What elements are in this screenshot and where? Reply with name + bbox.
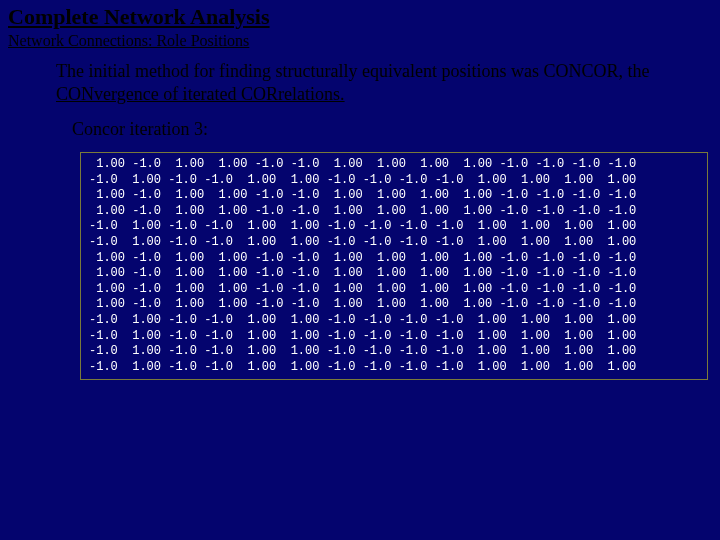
body-underlined: CONvergence of iterated CORrelations. [56, 84, 345, 104]
slide-title: Complete Network Analysis [0, 0, 720, 30]
body-text: The initial method for finding structura… [0, 60, 720, 105]
matrix: 1.00 -1.0 1.00 1.00 -1.0 -1.0 1.00 1.00 … [89, 157, 699, 375]
iteration-label: Concor iteration 3: [0, 105, 720, 146]
body-prefix: The initial method for finding structura… [56, 61, 649, 81]
matrix-container: 1.00 -1.0 1.00 1.00 -1.0 -1.0 1.00 1.00 … [80, 152, 708, 380]
slide-subtitle: Network Connections: Role Positions [0, 30, 720, 60]
